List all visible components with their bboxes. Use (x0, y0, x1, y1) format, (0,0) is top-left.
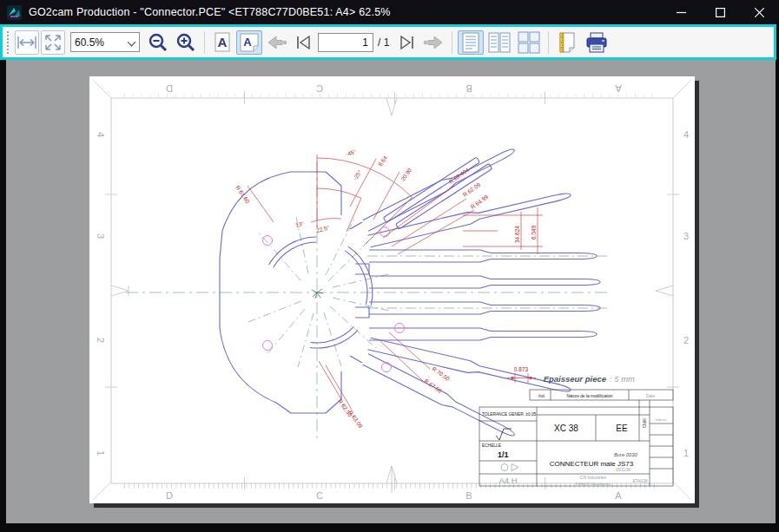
svg-text:EE: EE (616, 424, 628, 433)
svg-text:Epaisseur piece: Epaisseur piece (544, 374, 607, 384)
print-preview-toolbar: 60.5% A (0, 24, 776, 60)
previous-view-icon (267, 35, 287, 50)
fit-page-button[interactable] (41, 30, 65, 55)
svg-text:R 64.99: R 64.99 (470, 194, 490, 210)
drawing-sheet: D C B A D C B A 4 3 2 1 4 3 2 1 (89, 76, 695, 503)
single-page-layout-icon (460, 31, 481, 54)
svg-text:D: D (166, 490, 173, 501)
fit-width-button[interactable] (15, 30, 39, 55)
two-page-layout-icon (488, 31, 511, 54)
print-icon (584, 31, 609, 54)
sheet-frame (93, 80, 691, 500)
zoom-level-select[interactable]: 60.5% (70, 32, 140, 52)
zoom-out-icon (148, 32, 168, 53)
page-setup-button[interactable] (554, 30, 580, 55)
last-page-icon (398, 35, 415, 50)
fit-width-icon (17, 35, 36, 50)
svg-text:TOLERANCE GENER. ±0.05: TOLERANCE GENER. ±0.05 (482, 412, 537, 417)
centerlines (126, 161, 611, 443)
svg-text:A4 H: A4 H (498, 476, 517, 485)
minimize-button[interactable] (662, 0, 701, 24)
svg-text:A: A (243, 36, 252, 49)
app-logo-icon (7, 5, 22, 20)
svg-text:A: A (615, 83, 622, 94)
hole-markers (263, 227, 405, 372)
svg-text:Ind.: Ind. (538, 394, 545, 398)
portrait-page-icon: A (214, 32, 231, 53)
svg-text:-45°: -45° (345, 148, 357, 157)
portrait-page-button[interactable]: A (210, 30, 234, 55)
svg-text:A: A (615, 490, 622, 501)
zoom-in-button[interactable] (173, 30, 199, 55)
toolbar-grip[interactable] (6, 31, 10, 54)
svg-text:Ch96: Ch96 (643, 418, 647, 428)
svg-text:CONNECTEUR male JS73: CONNECTEUR male JS73 (550, 460, 634, 468)
svg-text:2: 2 (96, 338, 106, 343)
window-title: GO2cam Production - "Connector.PCE" <ET7… (29, 6, 391, 18)
svg-text:34.624: 34.624 (514, 226, 520, 243)
title-block: Ind. Nature de la modification Date TOLE… (479, 390, 673, 486)
svg-text:20.90: 20.90 (399, 167, 413, 182)
svg-text:1: 1 (683, 448, 689, 458)
dimension-labels: -45° -25° 8.64 20.90 R 69.404 R 62.09 R … (234, 148, 537, 430)
svg-text:6.049: 6.049 (531, 225, 537, 240)
page-setup-ruler-icon (557, 31, 578, 54)
page-total-label: / 1 (378, 36, 389, 49)
svg-text:13°: 13° (294, 220, 305, 228)
svg-text:3: 3 (96, 233, 106, 239)
projection-symbol-icon (501, 464, 518, 471)
svg-text:C: C (316, 83, 323, 94)
svg-text:R 62.09: R 62.09 (462, 181, 482, 198)
svg-text:B: B (465, 83, 472, 94)
thickness-note: Epaisseur piece : 5 mm (544, 374, 635, 384)
svg-text:F69626 Villeurbanne: F69626 Villeurbanne (576, 482, 611, 486)
close-button[interactable] (740, 0, 779, 24)
two-page-layout-button[interactable] (485, 30, 513, 55)
landscape-page-icon: A (239, 32, 260, 53)
maximize-button[interactable] (701, 0, 740, 24)
svg-text:22.5°: 22.5° (315, 224, 330, 233)
svg-text:1: 1 (96, 450, 106, 456)
svg-text:ECHELLE: ECHELLE (482, 443, 501, 448)
app-window: GO2cam Production - "Connector.PCE" <ET7… (0, 0, 779, 532)
toolbar-separator (548, 31, 549, 54)
svg-text:0.873: 0.873 (514, 366, 529, 372)
svg-text:ETAG08: ETAG08 (633, 479, 648, 483)
chevron-down-icon (129, 39, 135, 46)
svg-text:Bore 0030: Bore 0030 (614, 452, 638, 457)
svg-text:8.64: 8.64 (377, 154, 388, 167)
four-page-layout-button[interactable] (515, 30, 543, 55)
toolbar-separator (204, 31, 205, 54)
svg-text:4: 4 (96, 132, 106, 137)
svg-text:Indices: Indices (656, 417, 667, 422)
first-page-icon (295, 35, 313, 50)
four-page-layout-icon (518, 31, 540, 54)
svg-text:D: D (166, 83, 173, 94)
single-page-layout-button[interactable] (458, 30, 484, 55)
svg-text:B: B (465, 490, 472, 501)
svg-text:Nature de la modification: Nature de la modification (566, 394, 612, 398)
svg-text:-25°: -25° (352, 168, 363, 181)
first-page-button[interactable] (292, 30, 316, 55)
svg-text:4: 4 (683, 129, 689, 140)
zoom-level-value: 60.5% (75, 36, 104, 49)
svg-text:: 5 mm: : 5 mm (610, 374, 635, 384)
toolbar-separator (452, 31, 452, 54)
next-view-button[interactable] (420, 30, 446, 55)
last-page-button[interactable] (394, 30, 419, 55)
svg-text:R 67.56: R 67.56 (423, 378, 443, 394)
titlebar: GO2cam Production - "Connector.PCE" <ET7… (0, 0, 779, 24)
next-view-icon (423, 35, 444, 50)
zoom-out-button[interactable] (145, 30, 171, 55)
svg-text:C: C (316, 490, 323, 501)
connector-drawing: D C B A D C B A 4 3 2 1 4 3 2 1 (89, 76, 695, 503)
page-number-input[interactable] (318, 33, 373, 52)
svg-text:R 63.09: R 63.09 (347, 410, 364, 430)
landscape-page-button[interactable]: A (236, 30, 262, 55)
svg-text:CN Industries: CN Industries (580, 475, 607, 480)
preview-workspace[interactable]: D C B A D C B A 4 3 2 1 4 3 2 1 (6, 60, 776, 523)
print-button[interactable] (582, 30, 611, 55)
previous-view-button[interactable] (264, 30, 290, 55)
svg-text:XC 38: XC 38 (554, 424, 578, 433)
fit-page-icon (44, 35, 62, 50)
